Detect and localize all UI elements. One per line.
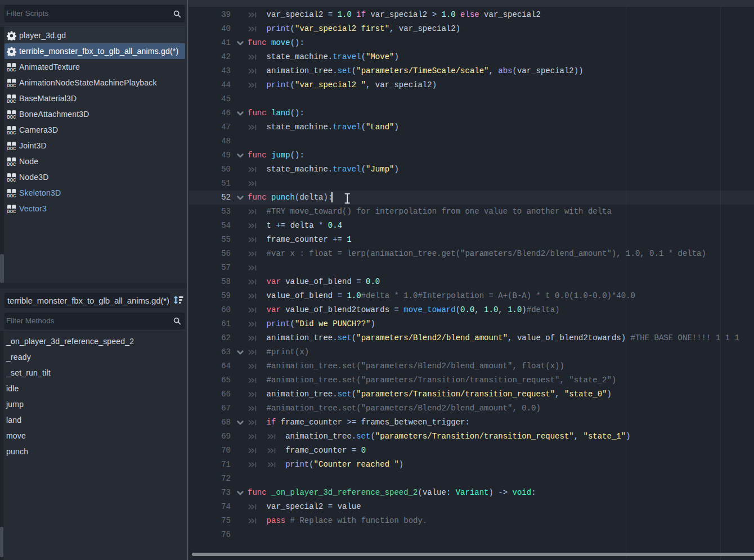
svg-text:DOC: DOC — [7, 99, 16, 103]
svg-text:DOC: DOC — [7, 130, 16, 135]
svg-text:DOC: DOC — [7, 146, 16, 151]
svg-text:DOC: DOC — [7, 115, 16, 119]
svg-text:DOC: DOC — [7, 193, 16, 198]
svg-text:DOC: DOC — [7, 67, 16, 72]
svg-text:DOC: DOC — [7, 162, 16, 166]
svg-text:DOC: DOC — [7, 209, 16, 214]
svg-text:DOC: DOC — [7, 83, 16, 88]
svg-text:DOC: DOC — [7, 178, 16, 182]
